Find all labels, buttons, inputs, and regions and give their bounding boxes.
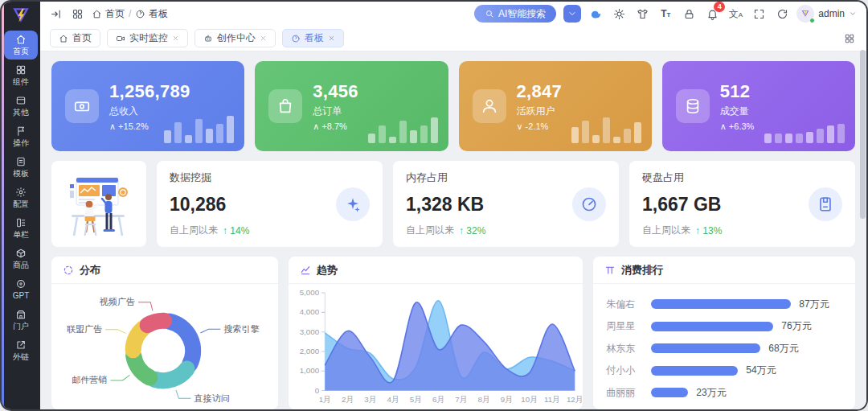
tab-实时监控[interactable]: 实时监控 [107,29,188,47]
user-menu[interactable]: admin [796,5,857,23]
mini-bar-chart [571,117,641,143]
column-icon [15,217,27,228]
sidebar-item-模板[interactable]: 模板 [4,153,38,182]
svg-text:4月: 4月 [387,395,399,404]
close-icon[interactable] [328,35,335,42]
font-size-icon[interactable]: TT [658,6,673,21]
svg-text:3,000: 3,000 [299,327,319,336]
team-illustration [59,167,139,241]
svg-text:5月: 5月 [410,395,422,404]
sidebar-item-商品[interactable]: 商品 [4,245,38,273]
sidebar-item-外链[interactable]: 外链 [4,336,38,365]
close-icon[interactable] [172,35,179,42]
svg-text:3月: 3月 [364,395,376,404]
sidebar-item-配置[interactable]: 配置 [4,183,38,212]
scrollbar-thumb[interactable] [860,50,866,219]
pie-label-联盟广告: 联盟广告 [67,324,102,334]
whale-assistant-icon[interactable] [588,6,603,21]
svg-text:8月: 8月 [477,395,489,404]
sidebar-item-门户[interactable]: 门户 [4,306,38,335]
tab-首页[interactable]: 首页 [50,29,100,47]
ai-search-button[interactable]: AI智能搜索 [474,5,556,23]
search-icon [485,9,494,18]
stat-trend: ∧ +6.3% [720,121,755,132]
home-icon [15,34,27,45]
metric-card-内存占用: 内存占用1,328 KB自上周以来↑ 32% [393,161,619,247]
tab-创作中心[interactable]: 创作中心 [194,29,276,47]
panel-分布: 分布搜索引擎直接访问邮件营销联盟广告视频广告 [51,257,278,409]
pie-label-邮件营销: 邮件营销 [72,375,107,384]
sidebar-item-组件[interactable]: 组件 [4,61,38,90]
app-logo [9,6,33,27]
layout-grid-icon[interactable] [842,31,857,46]
stat-label: 总订单 [313,105,358,118]
svg-text:11月: 11月 [544,395,560,404]
sidebar-item-GPT[interactable]: GPT [4,275,38,304]
svg-text:1,000: 1,000 [299,366,319,375]
gauge-icon [572,187,606,221]
refresh-icon[interactable] [775,6,789,21]
rank-bar [651,299,791,309]
pie-segment-邮件营销 [133,356,149,378]
svg-text:10月: 10月 [521,395,538,404]
sidebar-item-首页[interactable]: 首页 [4,31,38,60]
stat-label: 活跃用户 [517,105,563,118]
stat-trend: ∧ +8.7% [313,121,358,132]
home-icon [92,9,102,19]
panel-body: 01,0002,0003,0004,0005,0001月2月3月4月5月6月7月… [289,284,583,409]
home-icon [59,34,68,43]
panel-title: 消费排行 [621,263,663,277]
collapse-sidebar-icon[interactable] [48,6,63,21]
skin-theme-icon[interactable] [635,6,649,21]
ranking-row-周星星: 周星星76万元 [606,318,842,335]
tab-看板[interactable]: 看板 [282,29,344,47]
sidebar-item-操作[interactable]: 操作 [4,122,38,151]
fullscreen-icon[interactable] [751,6,766,21]
theme-brightness-icon[interactable] [612,6,626,21]
pie-label-视频广告: 视频广告 [100,297,135,306]
panel-header: 分布 [51,257,278,284]
stat-value: 1,256,789 [109,81,190,102]
notifications-bell-icon[interactable]: 4 [705,6,719,21]
mini-bar-chart [764,124,845,143]
svg-text:0: 0 [314,386,319,395]
stat-card-活跃用户: 2,847活跃用户∨ -2.1% [459,61,652,151]
breadcrumb-item-看板[interactable]: 看板 [135,7,168,21]
components-icon [15,64,27,76]
gear-icon [15,187,27,198]
quick-dropdown-button[interactable] [563,5,581,23]
robot-icon [203,34,213,43]
language-translate-icon[interactable]: 文A [728,6,743,21]
sidebar-item-label: GPT [13,291,30,300]
rank-bar [651,343,760,353]
panel-header: 消费排行 [593,257,855,284]
sparkles-icon [336,187,370,221]
ranking-row-曲丽丽: 曲丽丽23万元 [606,384,842,401]
sidebar-item-label: 模板 [13,169,29,178]
pie-label-搜索引擎: 搜索引擎 [223,324,259,334]
svg-text:9月: 9月 [501,395,513,404]
metric-title: 内存占用 [406,171,606,185]
layers-icon [15,95,27,106]
stat-card-成交量: 512成交量∧ +6.3% [662,61,855,151]
lock-screen-icon[interactable] [682,6,696,21]
apps-menu-icon[interactable] [70,6,84,21]
panel-消费排行: 消费排行朱偏右87万元周星星76万元林东东68万元付小小54万元曲丽丽23万元 [593,257,855,409]
rank-name: 林东东 [606,342,643,356]
scrollbar [860,5,866,406]
gpt-icon [15,278,27,290]
tabbar: 首页实时监控创作中心看板 [40,26,866,51]
metric-cards-row: 数据挖掘10,286自上周以来↑ 14%内存占用1,328 KB自上周以来↑ 3… [51,161,855,247]
app-window: 首页组件其他操作模板配置单栏商品GPT门户外链 首页/看板 AI智能搜索 TT4… [0,0,868,411]
sidebar-item-其他[interactable]: 其他 [4,92,38,121]
close-icon[interactable] [260,35,267,42]
breadcrumb-item-首页[interactable]: 首页 [92,7,125,21]
sidebar-item-单栏[interactable]: 单栏 [4,214,38,243]
metric-delta: ↑ 14% [223,225,249,236]
sidebar-item-label: 操作 [13,138,29,147]
rank-value: 68万元 [768,342,798,356]
mini-bar-chart [368,117,438,143]
rank-value: 87万元 [799,298,829,311]
metric-card-硬盘占用: 硬盘占用1,667 GB自上周以来↑ 13% [629,161,855,247]
pie-label-直接访问: 直接访问 [194,393,230,403]
